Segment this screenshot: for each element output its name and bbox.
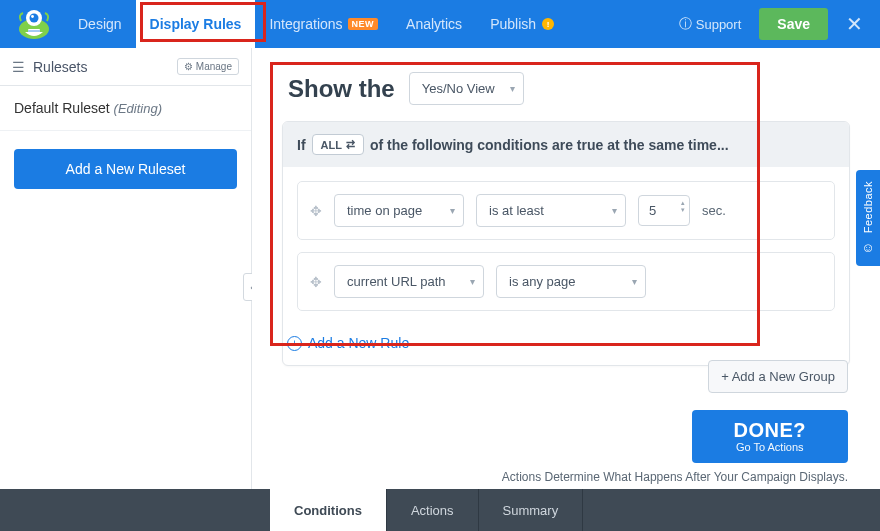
sidebar: ☰ Rulesets ⚙ Manage Default Ruleset (Edi… (0, 48, 252, 531)
top-nav: Design Display Rules Integrations NEW An… (64, 0, 568, 48)
add-rule-label: Add a New Rule (308, 335, 409, 351)
rule-operator-value: is at least (489, 203, 544, 218)
tab-actions[interactable]: Actions (387, 489, 479, 531)
chevron-down-icon: ▾ (612, 205, 617, 216)
chevron-down-icon: ▾ (470, 276, 475, 287)
feedback-label: Feedback (862, 181, 874, 233)
chevron-down-icon: ▾ (681, 206, 685, 213)
svg-point-2 (30, 14, 39, 23)
all-label: ALL (321, 139, 342, 151)
rule-operator-value: is any page (509, 274, 576, 289)
manage-button[interactable]: ⚙ Manage (177, 58, 239, 75)
all-any-toggle[interactable]: ALL ⇄ (312, 134, 364, 155)
view-select[interactable]: Yes/No View ▾ (409, 72, 524, 105)
rule-row: ✥ current URL path ▾ is any page ▾ (297, 252, 835, 311)
drag-handle-icon[interactable]: ✥ (310, 274, 322, 290)
add-group-button[interactable]: + Add a New Group (708, 360, 848, 393)
close-button[interactable]: ✕ (836, 6, 872, 42)
list-icon: ☰ (12, 59, 25, 75)
nav-analytics-label: Analytics (406, 16, 462, 32)
ruleset-item-default[interactable]: Default Ruleset (Editing) (0, 86, 251, 131)
feedback-tab[interactable]: Feedback ☺ (856, 170, 880, 266)
tab-conditions[interactable]: Conditions (270, 489, 387, 531)
help-icon: ⓘ (679, 15, 692, 33)
rule-operator-select[interactable]: is any page ▾ (496, 265, 646, 298)
support-link[interactable]: ⓘ Support (669, 15, 752, 33)
chat-icon: ☺ (861, 240, 874, 255)
done-title: DONE? (734, 420, 807, 441)
swap-icon: ⇄ (346, 138, 355, 151)
condition-suffix: of the following conditions are true at … (370, 137, 729, 153)
chevron-down-icon: ▾ (450, 205, 455, 216)
alert-badge-icon: ! (542, 18, 554, 30)
manage-label: Manage (196, 61, 232, 72)
nav-publish-label: Publish (490, 16, 536, 32)
close-icon: ✕ (846, 12, 863, 36)
chevron-up-icon: ▴ (681, 199, 685, 206)
drag-handle-icon[interactable]: ✥ (310, 203, 322, 219)
top-bar: Design Display Rules Integrations NEW An… (0, 0, 880, 48)
rule-value-input[interactable]: 5 ▴▾ (638, 195, 690, 226)
done-subtitle: Go To Actions (734, 441, 807, 453)
nav-display-rules-label: Display Rules (150, 16, 242, 32)
actions-note: Actions Determine What Happens After You… (502, 470, 848, 484)
nav-display-rules[interactable]: Display Rules (136, 0, 256, 48)
chevron-down-icon: ▾ (632, 276, 637, 287)
ruleset-editing-tag: (Editing) (114, 101, 162, 116)
done-button[interactable]: DONE? Go To Actions (692, 410, 849, 463)
rule-group: If ALL ⇄ of the following conditions are… (282, 121, 850, 366)
add-ruleset-button[interactable]: Add a New Ruleset (14, 149, 237, 189)
nav-integrations[interactable]: Integrations NEW (255, 0, 392, 48)
rule-operator-select[interactable]: is at least ▾ (476, 194, 626, 227)
ruleset-name: Default Ruleset (14, 100, 110, 116)
main-panel: Show the Yes/No View ▾ If ALL ⇄ of the f… (252, 48, 880, 531)
rule-field-select[interactable]: time on page ▾ (334, 194, 464, 227)
brand-logo (12, 2, 56, 46)
tab-conditions-label: Conditions (294, 503, 362, 518)
svg-point-3 (31, 15, 34, 18)
number-stepper[interactable]: ▴▾ (681, 199, 685, 213)
rule-field-select[interactable]: current URL path ▾ (334, 265, 484, 298)
tab-actions-label: Actions (411, 503, 454, 518)
plus-circle-icon: + (287, 336, 302, 351)
rule-value: 5 (649, 203, 656, 218)
tab-summary-label: Summary (503, 503, 559, 518)
nav-publish[interactable]: Publish ! (476, 0, 568, 48)
rule-field-value: current URL path (347, 274, 446, 289)
top-right: ⓘ Support Save ✕ (669, 6, 872, 42)
nav-analytics[interactable]: Analytics (392, 0, 476, 48)
rule-row: ✥ time on page ▾ is at least ▾ 5 ▴▾ (297, 181, 835, 240)
if-label: If (297, 137, 306, 153)
sidebar-title: Rulesets (33, 59, 87, 75)
rule-group-header: If ALL ⇄ of the following conditions are… (283, 122, 849, 167)
new-badge: NEW (348, 18, 379, 30)
gear-icon: ⚙ (184, 61, 193, 72)
show-the-row: Show the Yes/No View ▾ (288, 72, 850, 105)
support-label: Support (696, 17, 742, 32)
save-button[interactable]: Save (759, 8, 828, 40)
chevron-down-icon: ▾ (510, 83, 515, 94)
tab-summary[interactable]: Summary (479, 489, 584, 531)
rule-unit-label: sec. (702, 203, 726, 218)
rule-field-value: time on page (347, 203, 422, 218)
sidebar-header: ☰ Rulesets ⚙ Manage (0, 48, 251, 86)
bottom-tabs: Conditions Actions Summary (0, 489, 880, 531)
body: ☰ Rulesets ⚙ Manage Default Ruleset (Edi… (0, 48, 880, 531)
nav-design[interactable]: Design (64, 0, 136, 48)
nav-integrations-label: Integrations (269, 16, 342, 32)
show-the-heading: Show the (288, 75, 395, 103)
add-rule-button[interactable]: + Add a New Rule (283, 325, 849, 365)
view-select-value: Yes/No View (422, 81, 495, 96)
nav-design-label: Design (78, 16, 122, 32)
